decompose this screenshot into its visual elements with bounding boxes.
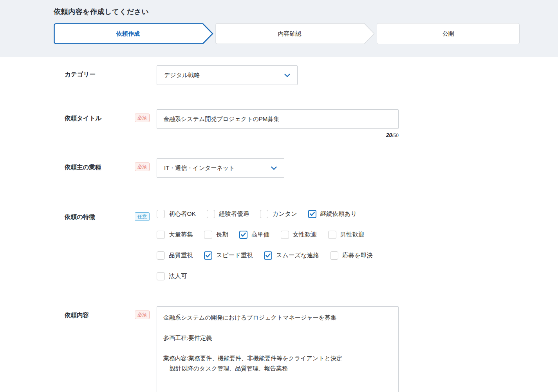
feature-checkbox-row: 品質重視スピード重視スムーズな連絡応募を即決	[157, 251, 373, 260]
step-label-publish: 公開	[377, 23, 519, 44]
checkbox-unchecked-icon[interactable]	[157, 272, 165, 280]
checkbox-checked-icon[interactable]	[239, 231, 247, 239]
features-checkbox-group: 初心者OK経験者優遇カンタン継続依頼あり大量募集長期高単価女性歓迎男性歓迎品質重…	[157, 208, 373, 280]
request-form: カテゴリー デジタル戦略 依頼タイトル 必須 20/50 依頼主の業種	[0, 57, 558, 392]
feature-item[interactable]: 継続依頼あり	[308, 210, 357, 218]
feature-item[interactable]: 品質重視	[157, 251, 193, 260]
description-row: 依頼内容 必須 金融系システムの開発におけるプロジェクトマネージャーを募集 参画…	[65, 306, 558, 392]
page-title: 依頼内容を作成してください	[54, 7, 558, 16]
feature-item[interactable]: 高単価	[239, 231, 270, 239]
description-textarea[interactable]: 金融系システムの開発におけるプロジェクトマネージャーを募集 参画工程:要件定義 …	[157, 306, 399, 392]
checkbox-unchecked-icon[interactable]	[157, 251, 165, 260]
stepper: 依頼作成 内容確認 公開	[54, 23, 520, 44]
feature-item[interactable]: 応募を即決	[330, 251, 373, 260]
title-label: 依頼タイトル	[65, 115, 101, 121]
required-badge: 必須	[135, 311, 150, 319]
step-publish[interactable]: 公開	[377, 23, 520, 44]
category-select[interactable]: デジタル戦略	[157, 65, 298, 85]
feature-item[interactable]: スムーズな連絡	[264, 251, 319, 260]
checkbox-checked-icon[interactable]	[264, 251, 272, 260]
feature-label: 大量募集	[169, 231, 193, 239]
category-label-col: カテゴリー	[65, 65, 135, 79]
checkbox-unchecked-icon[interactable]	[328, 231, 336, 239]
feature-label: 女性歓迎	[293, 231, 317, 239]
feature-item[interactable]: 初心者OK	[157, 210, 196, 218]
feature-label: 高単価	[251, 231, 270, 239]
industry-selected-value: IT・通信・インターネット	[164, 164, 235, 172]
feature-item[interactable]: カンタン	[260, 210, 297, 218]
optional-badge: 任意	[135, 212, 150, 221]
feature-label: 男性歓迎	[340, 231, 365, 239]
char-count: 20	[386, 132, 392, 138]
feature-label: 継続依頼あり	[320, 210, 357, 218]
page-header: 依頼内容を作成してください 依頼作成 内容確認 公開	[0, 0, 558, 57]
feature-checkbox-row: 初心者OK経験者優遇カンタン継続依頼あり	[157, 210, 373, 218]
industry-select[interactable]: IT・通信・インターネット	[157, 158, 284, 178]
feature-item[interactable]: 経験者優遇	[207, 210, 249, 218]
features-row: 依頼の特徴 任意 初心者OK経験者優遇カンタン継続依頼あり大量募集長期高単価女性…	[65, 208, 558, 280]
step-create-request[interactable]: 依頼作成	[54, 23, 212, 44]
feature-label: カンタン	[272, 210, 297, 218]
feature-label: スピード重視	[216, 251, 253, 260]
industry-row: 依頼主の業種 必須 IT・通信・インターネット	[65, 158, 558, 178]
step-label-confirm: 内容確認	[215, 23, 364, 44]
checkbox-checked-icon[interactable]	[204, 251, 212, 260]
title-row: 依頼タイトル 必須 20/50	[65, 109, 558, 139]
feature-item[interactable]: 男性歓迎	[328, 231, 365, 239]
features-label: 依頼の特徴	[65, 213, 95, 220]
checkbox-unchecked-icon[interactable]	[207, 210, 215, 218]
feature-checkbox-row: 大量募集長期高単価女性歓迎男性歓迎	[157, 231, 373, 239]
feature-label: スムーズな連絡	[276, 251, 319, 260]
required-badge: 必須	[135, 114, 150, 122]
description-label: 依頼内容	[65, 312, 89, 318]
category-selected-value: デジタル戦略	[164, 72, 200, 79]
industry-label: 依頼主の業種	[65, 164, 101, 170]
feature-item[interactable]: 長期	[204, 231, 228, 239]
step-confirm-content[interactable]: 内容確認	[215, 23, 374, 44]
checkbox-unchecked-icon[interactable]	[157, 210, 165, 218]
chevron-down-icon	[271, 166, 277, 170]
category-label: カテゴリー	[65, 71, 96, 78]
feature-label: 法人可	[169, 272, 187, 280]
feature-label: 経験者優遇	[219, 210, 249, 218]
step-label-create: 依頼作成	[54, 23, 202, 44]
feature-item[interactable]: 法人可	[157, 272, 187, 280]
title-char-counter: 20/50	[157, 132, 399, 139]
feature-label: 品質重視	[169, 251, 193, 260]
category-row: カテゴリー デジタル戦略	[65, 65, 558, 85]
checkbox-checked-icon[interactable]	[308, 210, 316, 218]
char-limit: /50	[392, 133, 399, 138]
checkbox-unchecked-icon[interactable]	[204, 231, 212, 239]
chevron-down-icon	[284, 74, 290, 77]
industry-label-col: 依頼主の業種	[65, 158, 135, 172]
features-label-col: 依頼の特徴	[65, 208, 135, 221]
feature-label: 長期	[216, 231, 228, 239]
feature-checkbox-row: 法人可	[157, 272, 373, 280]
feature-item[interactable]: 女性歓迎	[281, 231, 317, 239]
checkbox-unchecked-icon[interactable]	[260, 210, 268, 218]
required-badge: 必須	[135, 163, 150, 171]
description-label-col: 依頼内容	[65, 306, 135, 320]
feature-item[interactable]: 大量募集	[157, 231, 193, 239]
feature-label: 応募を即決	[342, 251, 373, 260]
title-input[interactable]	[157, 109, 399, 129]
checkbox-unchecked-icon[interactable]	[330, 251, 338, 260]
feature-item[interactable]: スピード重視	[204, 251, 253, 260]
checkbox-unchecked-icon[interactable]	[157, 231, 165, 239]
title-label-col: 依頼タイトル	[65, 109, 135, 123]
checkbox-unchecked-icon[interactable]	[281, 231, 289, 239]
feature-label: 初心者OK	[169, 210, 196, 218]
